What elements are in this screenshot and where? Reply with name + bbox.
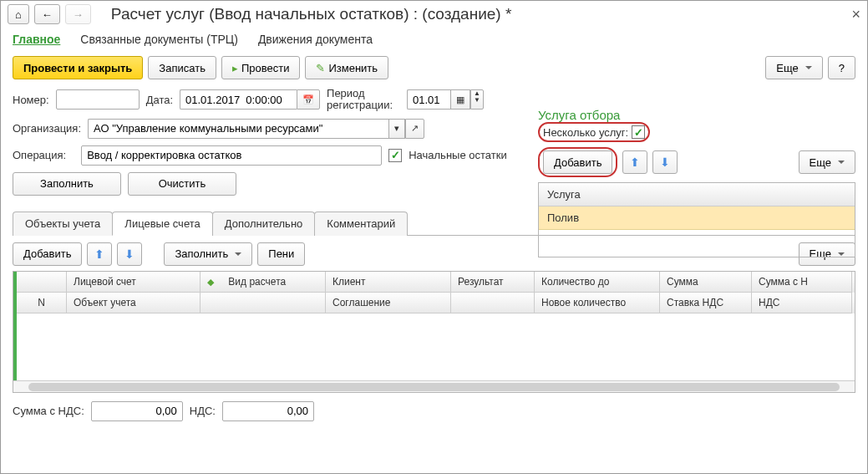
col-n[interactable]: N	[17, 293, 67, 313]
svc-row[interactable]: Полив	[539, 206, 855, 230]
move-down-button[interactable]: ⬇	[652, 150, 678, 174]
h-scrollbar[interactable]	[13, 380, 855, 392]
initial-label: Начальные остатки	[409, 149, 506, 161]
home-button[interactable]: ⌂	[8, 4, 29, 24]
svc-add-button[interactable]: Добавить	[543, 150, 612, 174]
clear-button[interactable]: Очистить	[128, 172, 236, 196]
page-title: Расчет услуг (Ввод начальных остатков) :…	[111, 5, 511, 23]
col-vat[interactable]: НДС	[752, 293, 852, 313]
grid-add-button[interactable]: Добавить	[13, 242, 82, 266]
col-calc[interactable]: ◆ Вид расчета	[201, 272, 326, 293]
arrow-left-icon: ←	[42, 8, 53, 21]
back-button[interactable]: ←	[34, 4, 60, 24]
help-button[interactable]: ?	[828, 56, 855, 79]
tab-accounts[interactable]: Лицевые счета	[112, 212, 212, 236]
grid-down-button[interactable]: ⬇	[117, 242, 142, 266]
date-input[interactable]	[180, 89, 297, 110]
number-label: Номер:	[13, 94, 49, 106]
initial-checkbox[interactable]	[388, 149, 402, 162]
date-label: Дата:	[146, 94, 173, 106]
svc-table: Услуга Полив	[538, 182, 855, 257]
col-qty-before[interactable]: Количество до	[535, 272, 660, 293]
multi-label: Несколько услуг:	[543, 126, 628, 139]
edit-button[interactable]: ✎Изменить	[305, 56, 388, 79]
tab-linked[interactable]: Связанные документы (ТРЦ)	[80, 33, 238, 46]
tree-icon: ◆	[207, 277, 214, 288]
vat-label: НДС:	[190, 405, 216, 417]
pencil-icon: ✎	[316, 62, 325, 74]
home-icon: ⌂	[15, 8, 22, 21]
col-object[interactable]: Объект учета	[67, 293, 201, 313]
tab-movements[interactable]: Движения документа	[258, 33, 373, 46]
op-label: Операция:	[13, 149, 66, 161]
org-label: Организация:	[13, 122, 81, 135]
grid-fill-button[interactable]: Заполнить	[164, 242, 252, 266]
fill-button[interactable]: Заполнить	[13, 172, 121, 196]
period-label: Период регистрации:	[327, 88, 400, 112]
grid-up-button[interactable]: ⬆	[87, 242, 112, 266]
col-account[interactable]: Лицевой счет	[67, 272, 201, 293]
more-button[interactable]: Еще	[765, 56, 822, 79]
col-client[interactable]: Клиент	[326, 272, 451, 293]
col-qty-new[interactable]: Новое количество	[535, 293, 660, 313]
tab-objects[interactable]: Объекты учета	[13, 212, 113, 236]
org-dropdown-icon[interactable]: ▾	[388, 119, 405, 139]
move-up-button[interactable]: ⬆	[622, 150, 647, 174]
col-agreement[interactable]: Соглашение	[326, 293, 451, 313]
post-close-button[interactable]: Провести и закрыть	[13, 56, 143, 79]
penalty-button[interactable]: Пени	[257, 242, 305, 266]
post-icon: ▸	[232, 62, 238, 74]
period-input[interactable]	[407, 89, 450, 110]
col-rate[interactable]: Ставка НДС	[660, 293, 752, 313]
svc-col-header[interactable]: Услуга	[539, 183, 855, 206]
arrow-down-icon: ⬇	[124, 247, 135, 261]
tab-main[interactable]: Главное	[13, 33, 60, 46]
tab-comment[interactable]: Комментарий	[314, 212, 408, 236]
svc-title: Услуга отбора	[538, 108, 855, 122]
vat-input[interactable]	[222, 401, 314, 421]
period-calendar-icon[interactable]: ▦	[450, 89, 470, 110]
close-icon[interactable]: ×	[851, 6, 860, 23]
arrow-right-icon: →	[73, 8, 84, 21]
col-sum[interactable]: Сумма	[660, 272, 752, 293]
op-input[interactable]	[81, 145, 382, 166]
col-sum-vat[interactable]: Сумма с Н	[752, 272, 852, 293]
org-open-icon[interactable]: ↗	[405, 119, 424, 139]
number-input[interactable]	[56, 89, 140, 110]
multi-checkbox[interactable]	[632, 125, 645, 139]
forward-button: →	[65, 4, 91, 24]
sum-vat-input[interactable]	[91, 401, 183, 421]
tab-additional[interactable]: Дополнительно	[212, 212, 316, 236]
col-result[interactable]: Результат	[451, 272, 535, 293]
save-button[interactable]: Записать	[148, 56, 216, 79]
arrow-down-icon: ⬇	[660, 155, 670, 169]
arrow-up-icon: ⬆	[94, 247, 104, 261]
org-input[interactable]	[88, 119, 388, 139]
post-button[interactable]: ▸Провести	[221, 56, 301, 79]
calendar-icon[interactable]: 📅	[297, 89, 320, 110]
svc-more-button[interactable]: Еще	[799, 150, 855, 174]
grid: Лицевой счет ◆ Вид расчета Клиент Резуль…	[13, 271, 855, 393]
period-spinner[interactable]: ▲▼	[470, 89, 484, 110]
arrow-up-icon: ⬆	[630, 155, 640, 169]
sum-vat-label: Сумма с НДС:	[13, 405, 84, 417]
